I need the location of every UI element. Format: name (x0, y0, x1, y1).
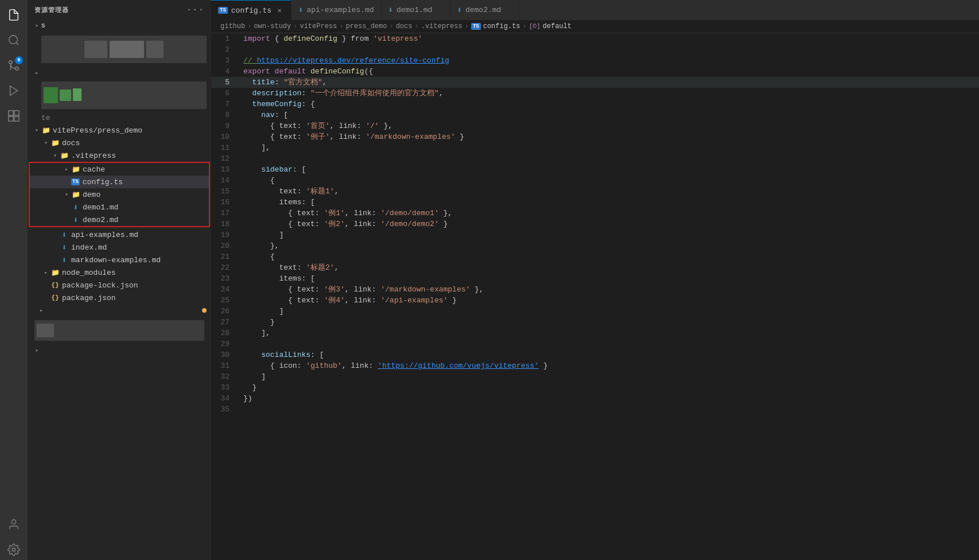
tab-demo2-label: demo2.md (465, 6, 501, 14)
api-examples-label: api-examples.md (71, 231, 211, 239)
run-debug-icon[interactable] (3, 80, 24, 101)
vitepress-chevron: ▾ (32, 127, 41, 134)
sidebar-header: 资源管理器 ··· (28, 0, 211, 20)
md-file-icon-1: ⬇ (71, 203, 80, 212)
root-label: S (41, 22, 211, 29)
change-indicator (202, 308, 207, 313)
svg-rect-6 (14, 111, 19, 115)
tab-demo1-label: demo1.md (397, 6, 432, 14)
sidebar-content: ▾ S ▸ (28, 20, 211, 560)
sidebar-package-json[interactable]: {} package.json (28, 291, 211, 304)
breadcrumb-vitepress-dir: .vitepress (421, 22, 463, 30)
code-line-12: 12 (211, 153, 979, 164)
code-editor[interactable]: 1 import { defineConfig } from 'vitepres… (211, 33, 979, 560)
svg-line-1 (16, 42, 18, 45)
svg-point-2 (15, 67, 19, 71)
code-line-3: 3 // https://vitepress.dev/reference/sit… (211, 55, 979, 66)
tab-api-examples[interactable]: ⬇ api-examples.md (292, 0, 381, 20)
md-file-icon-3: ⬇ (60, 230, 69, 240)
sidebar-markdown-examples[interactable]: ⬇ markdown-examples.md (28, 254, 211, 266)
json-icon-2: {} (50, 294, 60, 301)
package-lock-label: package-lock.json (62, 281, 211, 290)
code-line-35: 35 (211, 404, 979, 415)
sidebar-api-examples[interactable]: ⬇ api-examples.md (28, 228, 211, 241)
editor-area: TS config.ts ✕ ⬇ api-examples.md ⬇ demo1… (211, 0, 979, 560)
sidebar-demo1-md[interactable]: ⬇ demo1.md (30, 201, 209, 213)
settings-icon[interactable] (3, 539, 24, 560)
sidebar-te-item[interactable]: te (28, 111, 211, 124)
source-control-icon[interactable]: 6 (3, 55, 24, 76)
demo1-label: demo1.md (83, 203, 209, 212)
tab-config-ts[interactable]: TS config.ts ✕ (211, 0, 292, 20)
cache-folder-icon: 📁 (71, 165, 80, 174)
breadcrumb: github › own-study › vitePress › press_d… (211, 20, 979, 33)
vitepress-config-label: .vitepress (71, 151, 211, 160)
tab-ts-icon: TS (218, 7, 228, 14)
code-line-23: 23 items: [ (211, 273, 979, 284)
sidebar-vitepress-config-folder[interactable]: ▾ 📁 .vitepress (28, 149, 211, 162)
md-file-icon-4: ⬇ (60, 243, 69, 252)
svg-point-10 (12, 548, 15, 551)
code-line-18: 18 { text: '例2', link: '/demo/demo2' } (211, 219, 979, 230)
sidebar-package-lock[interactable]: {} package-lock.json (28, 279, 211, 291)
code-line-25: 25 { text: '例4', link: '/api-examples' } (211, 295, 979, 306)
code-line-17: 17 { text: '例1', link: '/demo/demo1' }, (211, 208, 979, 219)
sidebar-bottom-collapse[interactable]: ▾ (28, 344, 211, 357)
code-line-28: 28 ], (211, 328, 979, 339)
demo2-label: demo2.md (83, 216, 209, 224)
sidebar-root[interactable]: ▾ S (28, 20, 211, 32)
sidebar-docs-folder[interactable]: ▾ 📁 docs (28, 137, 211, 149)
cache-chevron: ▸ (62, 166, 71, 173)
account-icon[interactable] (3, 514, 24, 535)
extensions-icon[interactable] (3, 106, 24, 126)
files-icon[interactable] (3, 5, 24, 25)
code-line-4: 4 export default defineConfig({ (211, 66, 979, 77)
sidebar-demo-folder[interactable]: ▾ 📁 demo (30, 188, 209, 201)
package-json-label: package.json (62, 294, 211, 302)
collapsed-chevron: ▸ (32, 69, 41, 76)
sidebar-menu-button[interactable]: ··· (187, 5, 204, 15)
tab-demo1[interactable]: ⬇ demo1.md (382, 0, 450, 20)
svg-point-9 (11, 520, 15, 524)
svg-point-0 (9, 36, 18, 44)
breadcrumb-github: github (220, 22, 245, 30)
demo-chevron: ▾ (62, 191, 71, 198)
sidebar-config-ts[interactable]: TS config.ts (30, 176, 209, 188)
tab-bar: TS config.ts ✕ ⬇ api-examples.md ⬇ demo1… (211, 0, 979, 20)
code-line-5: 5 title: "官方文档", (211, 77, 979, 88)
config-ts-label: config.ts (83, 178, 209, 186)
code-line-21: 21 { (211, 251, 979, 262)
breadcrumb-docs: docs (396, 22, 413, 30)
tab-demo2[interactable]: ⬇ demo2.md (450, 0, 519, 20)
code-line-11: 11 ], (211, 142, 979, 153)
sidebar-node-modules[interactable]: ▸ 📁 node_modules (28, 266, 211, 279)
code-line-15: 15 text: '标题1', (211, 186, 979, 197)
sidebar-vitepress-folder[interactable]: ▾ 📁 vitePress/press_demo (28, 124, 211, 137)
code-line-24: 24 { text: '例3', link: '/markdown-exampl… (211, 284, 979, 295)
code-line-34: 34 }) (211, 393, 979, 404)
code-line-26: 26 ] (211, 306, 979, 317)
tab-api-examples-label: api-examples.md (306, 6, 374, 14)
code-line-33: 33 } (211, 382, 979, 393)
tab-config-ts-label: config.ts (231, 6, 271, 15)
vitepress-label: vitePress/press_demo (53, 126, 211, 135)
svg-rect-8 (14, 116, 19, 121)
sidebar-extra-collapsed[interactable]: ▸ (28, 304, 211, 317)
search-icon[interactable] (3, 30, 24, 50)
sidebar-collapsed-item[interactable]: ▸ (28, 67, 211, 79)
activity-bar: 6 (0, 0, 28, 560)
code-line-31: 31 { icon: 'github', link: 'https://gith… (211, 360, 979, 371)
sidebar-index-md[interactable]: ⬇ index.md (28, 241, 211, 254)
code-line-30: 30 socialLinks: [ (211, 349, 979, 360)
tab-close-config[interactable]: ✕ (275, 6, 284, 15)
tab-md-icon-1: ⬇ (298, 5, 303, 15)
code-line-7: 7 themeConfig: { (211, 99, 979, 110)
sidebar-cache-folder[interactable]: ▸ 📁 cache (30, 163, 209, 176)
sidebar-demo2-md[interactable]: ⬇ demo2.md (30, 213, 209, 226)
tab-md-icon-2: ⬇ (389, 5, 393, 15)
code-line-19: 19 ] (211, 230, 979, 240)
vitepress-config-folder-icon: 📁 (60, 151, 69, 160)
code-line-1: 1 import { defineConfig } from 'vitepres… (211, 33, 979, 44)
ts-file-icon: TS (71, 178, 80, 185)
svg-rect-7 (9, 116, 13, 121)
